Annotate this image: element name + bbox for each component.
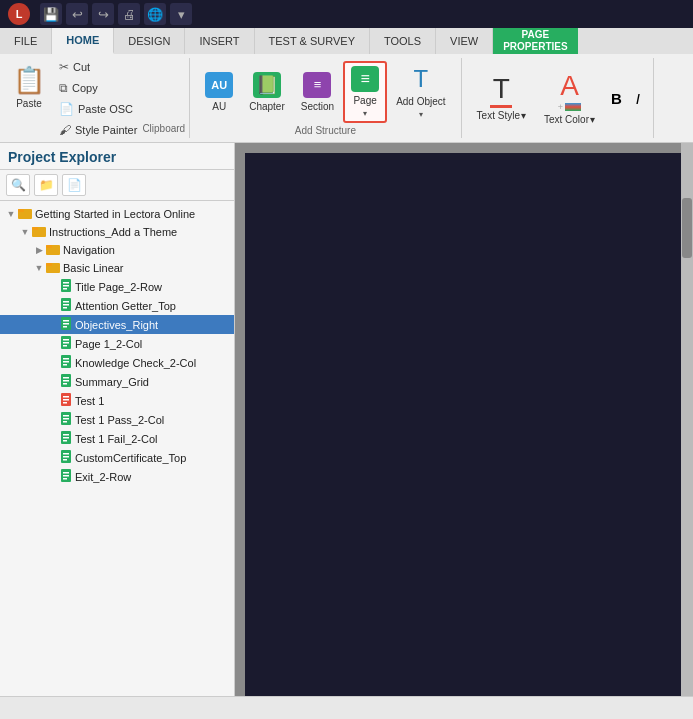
sidebar-folder-button[interactable]: 📁 xyxy=(34,174,58,196)
dropdown-arrow-icon[interactable]: ▾ xyxy=(170,3,192,25)
tree-item-summary[interactable]: Summary_Grid xyxy=(0,372,234,391)
svg-rect-3 xyxy=(32,227,38,230)
page-background xyxy=(245,153,683,696)
undo-icon[interactable]: ↩ xyxy=(66,3,88,25)
text-style-button[interactable]: T Text Style ▾ xyxy=(470,67,533,129)
tree-toggle-page_col[interactable] xyxy=(46,337,60,351)
tree-toggle-attention[interactable] xyxy=(46,299,60,313)
add-object-button[interactable]: T Add Object ▾ xyxy=(389,61,452,123)
tree-item-title_page[interactable]: Title Page_2-Row xyxy=(0,277,234,296)
cut-button[interactable]: ✂ Cut xyxy=(54,57,142,77)
tree-label-test1: Test 1 xyxy=(75,395,104,407)
au-icon: AU xyxy=(205,72,233,98)
tree-toggle-test1[interactable] xyxy=(46,394,60,408)
svg-rect-46 xyxy=(63,456,69,458)
italic-button[interactable]: I xyxy=(631,85,645,112)
tree-item-basic_linear[interactable]: ▼Basic Linear xyxy=(0,259,234,277)
redo-icon[interactable]: ↪ xyxy=(92,3,114,25)
svg-rect-9 xyxy=(63,282,69,284)
tree-item-custom_cert[interactable]: CustomCertificate_Top xyxy=(0,448,234,467)
tree-icon-navigation xyxy=(46,243,60,257)
tree-toggle-exit[interactable] xyxy=(46,470,60,484)
paste-button[interactable]: 📋 Paste xyxy=(4,60,54,136)
tab-home[interactable]: HOME xyxy=(52,28,114,54)
text-color-icon: A xyxy=(560,72,579,100)
tree-icon-test1_pass xyxy=(60,412,72,427)
tab-page-properties[interactable]: PAGEPROPERTIES xyxy=(493,28,577,54)
tree-icon-test1 xyxy=(60,393,72,408)
tree-toggle-title_page[interactable] xyxy=(46,280,60,294)
tree-label-navigation: Navigation xyxy=(63,244,115,256)
tree-item-test1_fail[interactable]: Test 1 Fail_2-Col xyxy=(0,429,234,448)
sidebar-page-button[interactable]: 📄 xyxy=(62,174,86,196)
svg-rect-19 xyxy=(63,326,67,328)
tree-toggle-basic_linear[interactable]: ▼ xyxy=(32,261,46,275)
page-button[interactable]: ≡ Page ▾ xyxy=(343,61,387,123)
tree-item-theme[interactable]: ▼Instructions_Add a Theme xyxy=(0,223,234,241)
tree-item-navigation[interactable]: ▶Navigation xyxy=(0,241,234,259)
clipboard-small-buttons: ✂ Cut ⧉ Copy 📄 Paste OSC 🖌 Style Painter xyxy=(54,60,142,136)
tree-toggle-theme[interactable]: ▼ xyxy=(18,225,32,239)
tree-item-test1[interactable]: Test 1 xyxy=(0,391,234,410)
save-icon[interactable]: 💾 xyxy=(40,3,62,25)
tree-item-exit[interactable]: Exit_2-Row xyxy=(0,467,234,486)
svg-rect-38 xyxy=(63,418,69,420)
svg-rect-1 xyxy=(18,209,24,212)
style-painter-button[interactable]: 🖌 Style Painter xyxy=(54,120,142,140)
svg-rect-29 xyxy=(63,377,69,379)
tree-toggle-custom_cert[interactable] xyxy=(46,451,60,465)
tree-item-attention[interactable]: Attention Getter_Top xyxy=(0,296,234,315)
web-icon[interactable]: 🌐 xyxy=(144,3,166,25)
tab-file[interactable]: FILE xyxy=(0,28,52,54)
tree-item-root[interactable]: ▼Getting Started in Lectora Online xyxy=(0,205,234,223)
svg-rect-45 xyxy=(63,453,69,455)
tree-toggle-test1_fail[interactable] xyxy=(46,432,60,446)
clipboard-label: Clipboard xyxy=(142,121,185,136)
svg-rect-50 xyxy=(63,475,69,477)
tree-toggle-root[interactable]: ▼ xyxy=(4,207,18,221)
scrollbar-thumb[interactable] xyxy=(682,198,692,258)
tab-insert[interactable]: INSERT xyxy=(185,28,254,54)
paste-icon: 📋 xyxy=(13,65,45,96)
au-button[interactable]: AU AU xyxy=(198,61,240,123)
tree-toggle-test1_pass[interactable] xyxy=(46,413,60,427)
tab-tools[interactable]: TOOLS xyxy=(370,28,436,54)
tree-item-knowledge[interactable]: Knowledge Check_2-Col xyxy=(0,353,234,372)
tree-toggle-navigation[interactable]: ▶ xyxy=(32,243,46,257)
paste-osc-button[interactable]: 📄 Paste OSC xyxy=(54,99,142,119)
sidebar-search-button[interactable]: 🔍 xyxy=(6,174,30,196)
svg-rect-23 xyxy=(63,345,67,347)
tab-test-survey[interactable]: TEST & SURVEY xyxy=(255,28,370,54)
bold-button[interactable]: B xyxy=(606,85,627,112)
svg-rect-49 xyxy=(63,472,69,474)
add-object-icon: T xyxy=(414,65,429,93)
tree-toggle-knowledge[interactable] xyxy=(46,356,60,370)
svg-rect-27 xyxy=(63,364,67,366)
print-icon[interactable]: 🖨 xyxy=(118,3,140,25)
copy-button[interactable]: ⧉ Copy xyxy=(54,78,142,98)
clipboard-group: 📋 Paste ✂ Cut ⧉ Copy 📄 Paste OSC 🖌 xyxy=(0,58,190,138)
tree-toggle-summary[interactable] xyxy=(46,375,60,389)
tree-toggle-objectives[interactable] xyxy=(46,318,60,332)
text-style-underline xyxy=(490,105,512,108)
svg-rect-22 xyxy=(63,342,69,344)
color-palette-icon xyxy=(565,103,581,111)
tree-label-custom_cert: CustomCertificate_Top xyxy=(75,452,186,464)
tab-design[interactable]: DESIGN xyxy=(114,28,185,54)
section-button[interactable]: ≡ Section xyxy=(294,61,341,123)
tree-item-test1_pass[interactable]: Test 1 Pass_2-Col xyxy=(0,410,234,429)
text-color-button[interactable]: A + Text Color ▾ xyxy=(537,67,602,129)
svg-rect-39 xyxy=(63,421,67,423)
tab-view[interactable]: VIEW xyxy=(436,28,493,54)
svg-rect-26 xyxy=(63,361,69,363)
tree-item-page_col[interactable]: Page 1_2-Col xyxy=(0,334,234,353)
ribbon-tabs: FILE HOME DESIGN INSERT TEST & SURVEY TO… xyxy=(0,28,693,54)
title-bar: L 💾 ↩ ↪ 🖨 🌐 ▾ xyxy=(0,0,693,28)
tree-label-page_col: Page 1_2-Col xyxy=(75,338,142,350)
chapter-icon: 📗 xyxy=(253,72,281,98)
chapter-button[interactable]: 📗 Chapter xyxy=(242,61,292,123)
tree-item-objectives[interactable]: Objectives_Right xyxy=(0,315,234,334)
svg-rect-13 xyxy=(63,301,69,303)
canvas-scrollbar[interactable] xyxy=(681,143,693,696)
tree-label-summary: Summary_Grid xyxy=(75,376,149,388)
